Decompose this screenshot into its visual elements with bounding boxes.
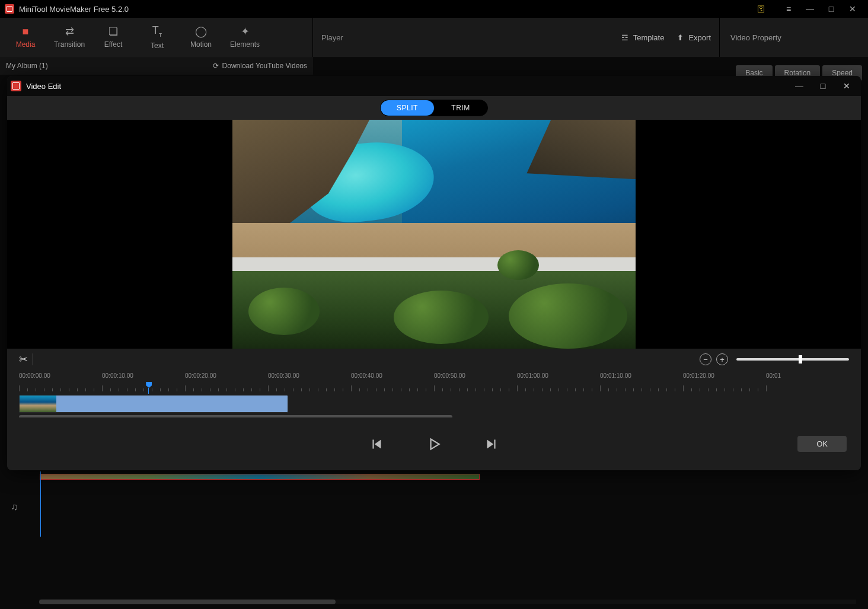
maximize-button[interactable]: □ [821, 0, 842, 18]
video-preview [7, 120, 861, 349]
download-label: Download YouTube Videos [222, 62, 307, 70]
main-titlebar: MiniTool MovieMaker Free 5.2.0 ⚿ ≡ — □ ✕ [0, 0, 868, 18]
transition-icon: ⇄ [65, 26, 74, 37]
playback-controls: OK [7, 417, 861, 470]
elements-icon: ✦ [241, 26, 250, 37]
motion-icon: ◯ [195, 26, 207, 37]
export-icon: ⬆ [677, 33, 684, 42]
modal-maximize-button[interactable]: □ [811, 76, 835, 96]
tab-transition-label: Transition [54, 40, 85, 49]
close-button[interactable]: ✕ [842, 0, 863, 18]
timeline-track[interactable] [7, 394, 861, 417]
text-icon: TT [152, 25, 162, 38]
tick-label: 00:01 [766, 372, 781, 379]
tab-motion-label: Motion [190, 40, 212, 49]
player-label: Player [321, 33, 343, 42]
album-label[interactable]: My Album (1) [6, 62, 48, 70]
next-frame-button[interactable] [483, 436, 499, 452]
tab-elements-label: Elements [230, 40, 260, 49]
split-button[interactable]: SPLIT [381, 100, 434, 116]
ok-button[interactable]: OK [797, 436, 847, 452]
tick-label: 00:01:10.00 [600, 372, 631, 379]
video-edit-modal: Video Edit — □ ✕ SPLIT TRIM ✂ − + 00:00:… [7, 76, 861, 470]
main-timeline-playhead[interactable] [40, 471, 41, 537]
timeline-tools-row: ✂ − + [7, 349, 861, 370]
zoom-in-button[interactable]: + [716, 353, 728, 365]
export-button[interactable]: ⬆ Export [677, 33, 711, 42]
main-timeline-clip[interactable] [40, 474, 479, 479]
main-timeline-scrollbar[interactable] [39, 600, 856, 604]
zoom-slider-thumb[interactable] [799, 355, 802, 364]
tick-label: 00:01:00.00 [517, 372, 548, 379]
tab-text-label: Text [151, 42, 164, 50]
tick-label: 00:00:30.00 [268, 372, 299, 379]
preview-frame [232, 120, 636, 349]
modal-minimize-button[interactable]: — [787, 76, 811, 96]
split-trim-segment: SPLIT TRIM [380, 100, 488, 116]
effect-icon: ❏ [108, 26, 118, 37]
folder-icon: ■ [23, 26, 29, 37]
template-button[interactable]: ☲ Template [621, 33, 665, 42]
modal-logo-icon [11, 81, 21, 91]
tab-effect-label: Effect [104, 40, 122, 49]
layers-icon: ☲ [621, 33, 628, 42]
split-cursor-line [33, 353, 33, 365]
play-button[interactable] [426, 436, 442, 452]
scissors-icon[interactable]: ✂ [19, 353, 28, 366]
tab-media[interactable]: ■ Media [4, 18, 47, 57]
modal-title: Video Edit [26, 82, 61, 91]
download-icon: ⟳ [213, 62, 219, 70]
tick-label: 00:00:00.00 [19, 372, 50, 379]
template-label: Template [633, 33, 665, 42]
tab-media-label: Media [16, 40, 36, 49]
tick-label: 00:00:20.00 [185, 372, 216, 379]
video-property-title: Video Property [730, 33, 781, 42]
app-logo-icon [5, 4, 14, 14]
timeline-ruler[interactable]: 00:00:00.0000:00:10.0000:00:20.0000:00:3… [7, 370, 861, 394]
hamburger-icon[interactable]: ≡ [778, 0, 799, 18]
zoom-slider[interactable] [736, 358, 849, 361]
main-toolbar: ■ Media ⇄ Transition ❏ Effect TT Text ◯ … [0, 18, 868, 57]
tab-text[interactable]: TT Text [135, 18, 179, 57]
album-row: My Album (1) ⟳ Download YouTube Videos [0, 57, 313, 75]
tab-motion[interactable]: ◯ Motion [179, 18, 223, 57]
download-youtube-button[interactable]: ⟳ Download YouTube Videos [213, 62, 307, 70]
tick-label: 00:00:10.00 [102, 372, 133, 379]
modal-close-button[interactable]: ✕ [835, 76, 859, 96]
tab-effect[interactable]: ❏ Effect [91, 18, 135, 57]
tick-label: 00:00:50.00 [434, 372, 465, 379]
trim-button[interactable]: TRIM [434, 100, 487, 116]
app-title: MiniTool MovieMaker Free 5.2.0 [19, 5, 129, 14]
tick-label: 00:00:40.00 [351, 372, 382, 379]
tick-label: 00:01:20.00 [683, 372, 714, 379]
tab-transition[interactable]: ⇄ Transition [47, 18, 91, 57]
zoom-out-button[interactable]: − [700, 353, 711, 365]
music-track-icon[interactable]: ♫ [11, 502, 18, 512]
export-label: Export [688, 33, 711, 42]
minimize-button[interactable]: — [799, 0, 821, 18]
modal-titlebar: Video Edit — □ ✕ [7, 76, 861, 96]
tab-elements[interactable]: ✦ Elements [223, 18, 267, 57]
prev-frame-button[interactable] [369, 436, 385, 452]
key-icon[interactable]: ⚿ [751, 0, 772, 18]
video-clip[interactable] [19, 395, 288, 413]
